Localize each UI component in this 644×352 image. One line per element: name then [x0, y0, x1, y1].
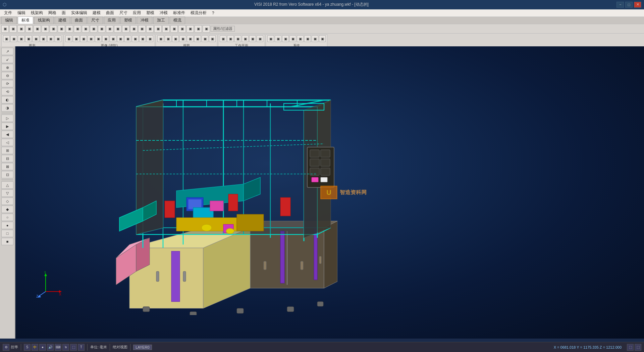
tb2-btn-视图-7[interactable]: ▣	[209, 35, 216, 42]
toolbar-btn-16[interactable]: ▣	[130, 25, 138, 33]
tb2-btn-图像 (进阶)-8[interactable]: ▣	[124, 35, 131, 42]
tab-模流[interactable]: 模流	[170, 16, 185, 24]
toolbar-btn-19[interactable]: ▣	[154, 25, 162, 33]
tb2-btn-图像 (进阶)-9[interactable]: ▣	[132, 35, 139, 42]
tab-线架构[interactable]: 线架构	[34, 16, 54, 24]
sidebar-btn-14[interactable]: ⊠	[1, 163, 13, 170]
tb2-btn-视图-4[interactable]: ▣	[187, 35, 194, 42]
sidebar-btn-15[interactable]: ⊡	[1, 171, 13, 178]
window-controls[interactable]: － □ ✕	[616, 2, 641, 8]
sidebar-btn-6[interactable]: ◐	[1, 96, 13, 103]
sidebar-btn-21[interactable]: ●	[1, 222, 13, 229]
menu-item-建模[interactable]: 建模	[90, 9, 103, 16]
tb2-btn-图像 (进阶)-6[interactable]: ▣	[110, 35, 116, 42]
toolbar-btn-13[interactable]: ▣	[106, 25, 113, 33]
status-end-icon-1[interactable]: ⬚	[627, 344, 634, 351]
menu-item-冲模[interactable]: 冲模	[157, 9, 170, 16]
toolbar-btn-9[interactable]: ▣	[74, 25, 81, 33]
tb2-btn-视图-6[interactable]: ▣	[202, 35, 208, 42]
tb2-btn-图形-2[interactable]: ▣	[18, 35, 24, 42]
tb2-btn-图像 (进阶)-1[interactable]: ▣	[73, 35, 79, 42]
status-icon-2[interactable]: 中	[32, 344, 38, 351]
toolbar-btn-7[interactable]: ▣	[58, 25, 65, 33]
tb2-btn-图形-7[interactable]: ▣	[55, 35, 61, 42]
main-viewport[interactable]: Y X Z U 智造资科网	[15, 46, 644, 339]
tab-冲模[interactable]: 冲模	[137, 16, 152, 24]
tab-尺寸[interactable]: 尺寸	[88, 16, 103, 24]
menu-item-网格[interactable]: 网格	[46, 9, 59, 16]
tab-应用[interactable]: 应用	[104, 16, 119, 24]
tb2-btn-图像 (进阶)-2[interactable]: ▣	[80, 35, 87, 42]
tab-塑模[interactable]: 塑模	[120, 16, 136, 24]
tb2-btn-图形-5[interactable]: ▣	[40, 35, 47, 42]
sidebar-btn-0[interactable]: ↗	[1, 48, 13, 55]
tb2-btn-系统-2[interactable]: ▣	[282, 35, 289, 42]
tb2-btn-图像 (进阶)-11[interactable]: ▣	[147, 35, 153, 42]
tb2-btn-工作平面-4[interactable]: ▣	[249, 35, 256, 42]
maximize-button[interactable]: □	[625, 2, 633, 8]
sidebar-btn-16[interactable]: △	[1, 181, 13, 189]
toolbar-btn-2[interactable]: ▣	[17, 25, 25, 33]
toolbar-btn-22[interactable]: ▣	[178, 25, 186, 33]
toolbar-btn-17[interactable]: ▣	[138, 25, 146, 33]
close-button[interactable]: ✕	[634, 2, 641, 8]
tb2-btn-图像 (进阶)-3[interactable]: ▣	[88, 35, 94, 42]
toolbar-btn-3[interactable]: ▣	[25, 25, 33, 33]
tb2-btn-系统-0[interactable]: ▣	[267, 35, 274, 42]
tb2-btn-视图-0[interactable]: ▣	[157, 35, 164, 42]
toolbar-btn-25[interactable]: ▣	[203, 25, 210, 33]
sidebar-btn-9[interactable]: ▶	[1, 123, 13, 130]
toolbar-btn-0[interactable]: ▣	[1, 25, 9, 33]
toolbar-btn-12[interactable]: ▣	[98, 25, 105, 33]
sidebar-btn-2[interactable]: ⊕	[1, 64, 13, 71]
status-icon-5[interactable]: ⌨	[55, 344, 61, 351]
toolbar-btn-20[interactable]: ▣	[162, 25, 170, 33]
toolbar-btn-15[interactable]: ▣	[122, 25, 129, 33]
toolbar-btn-5[interactable]: ▣	[42, 25, 49, 33]
tab-加工[interactable]: 加工	[153, 16, 169, 24]
sidebar-btn-8[interactable]: ▷	[1, 115, 13, 122]
tb2-btn-视图-2[interactable]: ▣	[172, 35, 179, 42]
sidebar-btn-19[interactable]: ◆	[1, 206, 13, 213]
tb2-btn-系统-6[interactable]: ▣	[312, 35, 318, 42]
tb2-btn-工作平面-5[interactable]: ▣	[257, 35, 263, 42]
sidebar-btn-11[interactable]: ◁	[1, 139, 13, 146]
status-icon-3[interactable]: ●	[39, 344, 46, 351]
tab-曲面[interactable]: 曲面	[71, 16, 87, 24]
tb2-btn-系统-4[interactable]: ▣	[297, 35, 304, 42]
status-end-icon-2[interactable]: ⬚	[635, 344, 641, 351]
sidebar-btn-23[interactable]: ■	[1, 238, 13, 245]
sidebar-btn-7[interactable]: ◑	[1, 104, 13, 112]
status-icon-4[interactable]: 🔊	[47, 344, 54, 351]
menu-item-尺寸[interactable]: 尺寸	[117, 9, 130, 16]
tb2-btn-系统-7[interactable]: ▣	[319, 35, 326, 42]
toolbar-btn-18[interactable]: ▣	[146, 25, 154, 33]
toolbar-btn-24[interactable]: ▣	[195, 25, 202, 33]
toolbar-btn-8[interactable]: ▣	[66, 25, 73, 33]
tb2-btn-系统-5[interactable]: ▣	[304, 35, 311, 42]
toolbar-btn-6[interactable]: ▣	[50, 25, 57, 33]
tab-建模[interactable]: 建模	[55, 16, 70, 24]
toolbar-btn-4[interactable]: ▣	[34, 25, 41, 33]
status-icon-6[interactable]: 🖰	[62, 344, 69, 351]
tb2-btn-图像 (进阶)-4[interactable]: ▣	[95, 35, 102, 42]
tb2-btn-视图-5[interactable]: ▣	[194, 35, 201, 42]
menu-item-塑模[interactable]: 塑模	[144, 9, 157, 16]
tb2-btn-图形-3[interactable]: ▣	[25, 35, 32, 42]
tb2-btn-图形-6[interactable]: ▣	[47, 35, 54, 42]
menu-item-标准件[interactable]: 标准件	[170, 9, 188, 16]
menu-item-线架构[interactable]: 线架构	[28, 9, 46, 16]
sidebar-btn-12[interactable]: ⊞	[1, 147, 13, 154]
menu-item-文件[interactable]: 文件	[1, 9, 15, 16]
sidebar-btn-1[interactable]: ↙	[1, 56, 13, 63]
menu-item-曲面[interactable]: 曲面	[103, 9, 117, 16]
sidebar-btn-17[interactable]: ▽	[1, 189, 13, 197]
minimize-button[interactable]: －	[616, 2, 624, 8]
menu-item-模流分析[interactable]: 模流分析	[188, 9, 209, 16]
tb2-btn-工作平面-0[interactable]: ▣	[220, 35, 226, 42]
toolbar-btn-1[interactable]: ▣	[9, 25, 17, 33]
tb2-btn-图像 (进阶)-0[interactable]: ▣	[65, 35, 72, 42]
tb2-btn-图形-0[interactable]: ▣	[3, 35, 10, 42]
status-icon-1[interactable]: S	[24, 344, 31, 351]
sidebar-btn-13[interactable]: ⊟	[1, 155, 13, 162]
